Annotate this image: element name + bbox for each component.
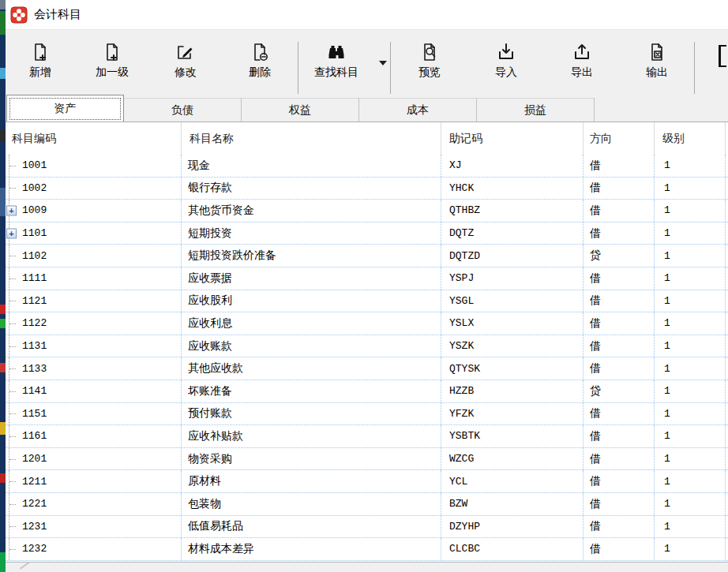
table-row[interactable]: 1221 包装物 BZW 借 1 bbox=[6, 493, 728, 516]
cell-name: 其他应收款 bbox=[182, 357, 441, 379]
binoculars-icon bbox=[326, 40, 347, 64]
table-row[interactable]: 1232 材料成本差异 CLCBC 借 1 bbox=[6, 538, 728, 561]
tab-assets[interactable]: 资产 bbox=[6, 95, 124, 122]
tree-node-tick bbox=[9, 346, 16, 347]
cell-level: 1 bbox=[655, 245, 726, 267]
toolbar: 新增 加一级 修改 bbox=[6, 29, 728, 95]
preview-button[interactable]: 预览 bbox=[391, 40, 468, 88]
new-button[interactable]: 新增 bbox=[6, 40, 75, 88]
import-button-label: 导入 bbox=[495, 65, 517, 80]
cell-name: 包装物 bbox=[182, 493, 441, 515]
output-button[interactable]: 输出 bbox=[620, 40, 694, 88]
cell-direction: 借 bbox=[584, 222, 655, 245]
tree-node-tick bbox=[9, 526, 16, 527]
add-level-button-label: 加一级 bbox=[96, 65, 129, 80]
table-row[interactable]: 1111 应收票据 YSPJ 借 1 bbox=[6, 267, 728, 290]
cell-level: 1 bbox=[655, 335, 726, 357]
cell-level: 1 bbox=[655, 155, 726, 177]
output-button-label: 输出 bbox=[646, 65, 668, 80]
cell-name: 物资采购 bbox=[182, 448, 441, 470]
cell-mnemonic: XJ bbox=[441, 155, 584, 177]
tree-node-tick bbox=[9, 279, 16, 279]
tree-node-tick bbox=[9, 436, 16, 437]
cell-direction: 借 bbox=[584, 357, 655, 379]
cell-code: 1111 bbox=[6, 267, 182, 290]
table-row[interactable]: 1131 应收账款 YSZK 借 1 bbox=[6, 335, 728, 358]
cell-direction: 借 bbox=[584, 493, 655, 515]
cut-off-toolbar-icon[interactable] bbox=[719, 45, 726, 67]
cell-code: 1122 bbox=[6, 312, 182, 335]
export-icon bbox=[572, 40, 592, 64]
cell-direction: 借 bbox=[584, 267, 655, 290]
expand-plus-icon[interactable] bbox=[6, 228, 17, 238]
table-row[interactable]: 1002 银行存款 YHCK 借 1 bbox=[6, 178, 728, 200]
cell-mnemonic: YSPJ bbox=[441, 267, 584, 290]
background-window-strip bbox=[0, 0, 6, 572]
find-dropdown-arrow-icon[interactable] bbox=[379, 61, 387, 65]
table-row[interactable]: 1122 应收利息 YSLX 借 1 bbox=[6, 312, 728, 335]
app-icon bbox=[10, 6, 28, 24]
expand-plus-icon[interactable] bbox=[6, 205, 17, 215]
cell-direction: 借 bbox=[584, 178, 655, 200]
cell-mnemonic: WZCG bbox=[441, 448, 584, 470]
cell-mnemonic: DZYHP bbox=[441, 516, 584, 538]
table-row[interactable]: 1161 应收补贴款 YSBTK 借 1 bbox=[6, 425, 728, 448]
table-row[interactable]: 1133 其他应收款 QTYSK 借 1 bbox=[6, 357, 728, 380]
cell-level: 1 bbox=[655, 357, 726, 379]
cell-mnemonic: BZW bbox=[441, 493, 584, 515]
cell-code: 1231 bbox=[6, 516, 182, 538]
find-subject-button[interactable]: 查找科目 bbox=[298, 40, 374, 88]
cell-direction: 借 bbox=[584, 335, 655, 357]
cell-name: 银行存款 bbox=[182, 178, 441, 200]
tree-node-tick bbox=[9, 459, 16, 460]
edit-button[interactable]: 修改 bbox=[149, 40, 222, 88]
edit-button-label: 修改 bbox=[174, 65, 197, 80]
tree-node-tick bbox=[9, 301, 16, 301]
toolbar-separator bbox=[694, 42, 695, 94]
table-row[interactable]: 1102 短期投资跌价准备 DQTZD 贷 1 bbox=[6, 245, 728, 267]
cell-code: 1161 bbox=[6, 425, 182, 447]
cell-name: 其他货币资金 bbox=[182, 200, 441, 222]
cell-code: 1102 bbox=[6, 245, 182, 267]
table-row[interactable]: 1009 其他货币资金 QTHBZ 借 1 bbox=[6, 200, 728, 222]
find-subject-group: 查找科目 bbox=[298, 40, 390, 88]
export-button[interactable]: 导出 bbox=[544, 40, 620, 88]
tab-profit-loss[interactable]: 损益 bbox=[477, 98, 595, 122]
cell-name: 材料成本差异 bbox=[182, 538, 441, 560]
cell-name: 应收票据 bbox=[182, 267, 441, 290]
tree-node-tick bbox=[9, 323, 16, 324]
delete-button[interactable]: 删除 bbox=[222, 40, 298, 88]
accounting-subjects-window: 会计科目 新增 加一级 bbox=[6, 0, 728, 572]
cell-direction: 贷 bbox=[584, 380, 655, 402]
tab-equity[interactable]: 权益 bbox=[242, 98, 359, 122]
add-level-button[interactable]: 加一级 bbox=[75, 40, 149, 88]
title-bar: 会计科目 bbox=[6, 0, 728, 29]
cell-level: 1 bbox=[655, 403, 726, 425]
import-button[interactable]: 导入 bbox=[468, 40, 544, 88]
cell-name: 预付账款 bbox=[182, 403, 441, 425]
cell-mnemonic: CLCBC bbox=[441, 538, 584, 560]
doc-add-level-icon bbox=[102, 40, 122, 64]
tab-cost[interactable]: 成本 bbox=[359, 98, 477, 122]
table-row[interactable]: 1121 应收股利 YSGL 借 1 bbox=[6, 290, 728, 313]
table-row[interactable]: 1001 现金 XJ 借 1 bbox=[6, 155, 728, 178]
table-row[interactable]: 1211 原材料 YCL 借 1 bbox=[6, 470, 728, 493]
cell-mnemonic: HZZB bbox=[441, 380, 584, 402]
table-row[interactable]: 1151 预付账款 YFZK 借 1 bbox=[6, 403, 728, 426]
cell-mnemonic: YFZK bbox=[441, 403, 584, 425]
tab-cost-label: 成本 bbox=[407, 103, 429, 118]
table-row[interactable]: 1141 坏账准备 HZZB 贷 1 bbox=[6, 380, 728, 403]
cell-direction: 借 bbox=[584, 155, 655, 177]
tab-liabilities[interactable]: 负债 bbox=[124, 98, 242, 122]
cell-level: 1 bbox=[655, 493, 726, 515]
cell-code: 1201 bbox=[6, 448, 182, 470]
table-row[interactable]: 1231 低值易耗品 DZYHP 借 1 bbox=[6, 516, 728, 539]
table-row[interactable]: 1101 短期投资 DQTZ 借 1 bbox=[6, 222, 728, 245]
tree-node-tick bbox=[9, 549, 16, 550]
cell-mnemonic: YSZK bbox=[441, 335, 584, 357]
cell-level: 1 bbox=[655, 178, 726, 200]
excel-output-icon bbox=[647, 40, 667, 64]
table-row[interactable]: 1201 物资采购 WZCG 借 1 bbox=[6, 448, 728, 471]
cell-code: 1221 bbox=[6, 493, 182, 515]
doc-delete-icon bbox=[250, 40, 270, 64]
